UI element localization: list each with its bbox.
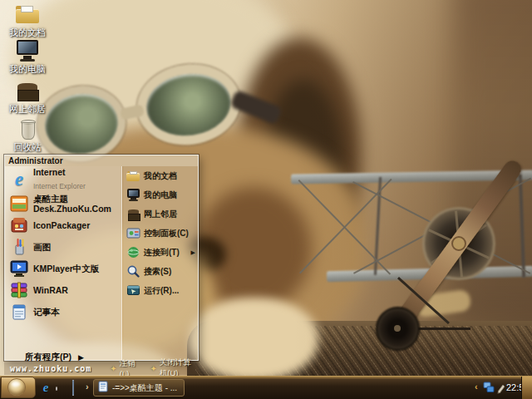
menu-item-label: 桌酷主题Desk.ZhuoKu.Com	[33, 194, 120, 214]
quicklaunch-messenger-icon[interactable]	[72, 380, 74, 396]
search-icon	[126, 264, 140, 278]
menu-item-label: 记事本	[33, 307, 60, 317]
menu-item-label: IconPackager	[33, 220, 90, 230]
start-menu-right-column: 我的文档 我的电脑 网上邻居 控制面板(C) 连接到(T) ▶ 搜索(S) 运行…	[123, 166, 198, 360]
menu-item-search[interactable]: 搜索(S)	[123, 262, 198, 281]
menu-item-paint[interactable]: 画图	[5, 236, 121, 258]
desktop-icon-my-documents[interactable]: 我的文档	[0, 2, 55, 37]
menu-item-label: 我的电脑	[144, 190, 177, 200]
network-places-icon	[126, 207, 140, 221]
notepad-icon	[9, 302, 29, 322]
menu-item-sublabel: Internet Explorer	[33, 182, 86, 190]
quicklaunch-expand-chevron[interactable]: ›	[86, 382, 89, 392]
network-places-icon	[15, 78, 40, 103]
taskbar-task-button[interactable]: -=>>桌酷主题 - ...	[93, 379, 185, 397]
shutdown-icon: ✦	[150, 364, 156, 373]
menu-item-run[interactable]: 运行(R)...	[123, 281, 198, 300]
menu-item-label: 我的文档	[144, 171, 177, 180]
my-computer-icon	[15, 38, 40, 63]
show-desktop-endcap[interactable]	[521, 377, 532, 399]
connect-to-icon	[126, 245, 140, 259]
winrar-icon	[9, 280, 29, 300]
start-menu-panel: Administrator e Internet Internet Explor…	[4, 155, 199, 361]
control-panel-icon	[126, 226, 140, 240]
menu-item-label: 画图	[33, 242, 51, 252]
submenu-arrow-icon: ▶	[191, 249, 197, 256]
desktop-icon-label: 网上邻居	[0, 104, 55, 114]
menu-item-label: KMPlayer中文版	[33, 264, 99, 273]
run-icon	[126, 283, 140, 298]
menu-item-internet[interactable]: e Internet Internet Explorer	[5, 166, 121, 193]
menu-item-connect-to[interactable]: 连接到(T) ▶	[123, 243, 198, 262]
desktop-icon-label: 我的电脑	[0, 64, 55, 74]
desktop-icon-label: 我的文档	[0, 27, 55, 37]
quicklaunch-internet-explorer-icon[interactable]: e	[39, 381, 52, 394]
paint-icon	[9, 237, 29, 257]
menu-item-network-places[interactable]: 网上邻居	[123, 204, 198, 224]
desktop-icon-recycle-bin[interactable]: 回收站	[0, 116, 55, 152]
task-button-label: -=>>桌酷主题 - ...	[112, 382, 177, 394]
taskbar	[0, 376, 532, 399]
kmplayer-icon	[9, 259, 29, 278]
start-menu-footer: www.zhuoku.com ✦ 注销(L) ✦ 关闭计算机(U)	[4, 362, 199, 375]
menu-item-label: 连接到(T)	[144, 248, 180, 257]
menu-item-iconpackager[interactable]: IconPackager	[5, 214, 121, 236]
start-menu-left-column: e Internet Internet Explorer 桌酷主题Desk.Zh…	[5, 166, 122, 360]
document-icon	[98, 381, 109, 396]
menu-item-notepad[interactable]: 记事本	[5, 301, 121, 323]
ime-pen-icon[interactable]	[496, 382, 506, 393]
my-documents-icon	[15, 2, 40, 27]
start-menu-username: Administrator	[5, 155, 198, 166]
network-icon[interactable]	[483, 382, 495, 393]
desktop-icon-my-computer[interactable]: 我的电脑	[0, 38, 55, 74]
menu-item-my-computer[interactable]: 我的电脑	[123, 185, 198, 204]
desktop-icon-label: 回收站	[0, 142, 55, 152]
log-off-icon: ✦	[110, 364, 116, 373]
menu-item-label: 控制面板(C)	[144, 229, 189, 238]
my-computer-icon	[126, 188, 140, 202]
tray-collapse-chevron[interactable]: ‹	[475, 382, 478, 392]
menu-item-zhuoku-theme[interactable]: 桌酷主题Desk.ZhuoKu.Com	[5, 193, 121, 214]
zhuoku-theme-icon	[9, 194, 29, 214]
my-documents-icon	[126, 169, 140, 183]
menu-item-label: 网上邻居	[144, 209, 177, 219]
start-button[interactable]	[7, 378, 26, 397]
internet-explorer-icon: e	[9, 170, 29, 190]
menu-item-my-documents[interactable]: 我的文档	[123, 166, 198, 185]
menu-item-label: 搜索(S)	[144, 267, 171, 276]
all-programs-arrow-icon: ▶	[78, 353, 84, 362]
menu-item-label: Internet	[33, 167, 86, 177]
desktop-icon-network-places[interactable]: 网上邻居	[0, 78, 55, 114]
menu-item-kmplayer[interactable]: KMPlayer中文版	[5, 258, 121, 279]
menu-item-control-panel[interactable]: 控制面板(C)	[123, 224, 198, 243]
menu-item-label: WinRAR	[33, 285, 68, 295]
iconpackager-icon	[9, 215, 29, 235]
menu-item-label: 运行(R)...	[144, 286, 179, 295]
recycle-bin-icon	[15, 116, 40, 141]
zhuoku-watermark: www.zhuoku.com	[10, 364, 91, 373]
menu-item-winrar[interactable]: WinRAR	[5, 279, 121, 301]
